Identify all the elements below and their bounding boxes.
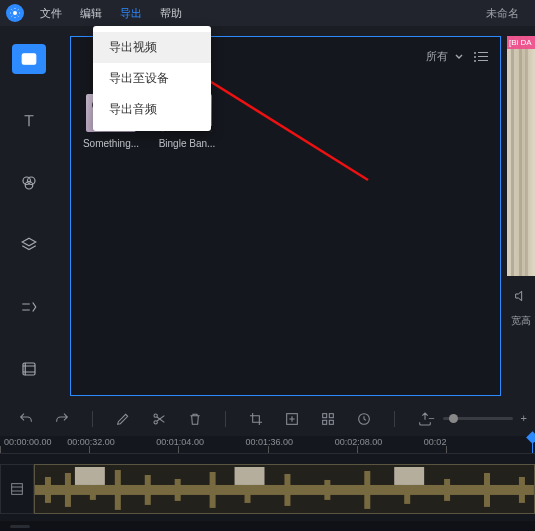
svg-rect-26 bbox=[284, 474, 290, 506]
speaker-icon[interactable] bbox=[513, 288, 529, 304]
filter-dropdown[interactable]: 所有 bbox=[426, 49, 464, 64]
svg-rect-11 bbox=[329, 414, 333, 418]
clip-label: Something... bbox=[83, 138, 139, 149]
preview-badge: [Bi DA bbox=[507, 36, 535, 49]
tick-label: 00:02:08.00 bbox=[335, 437, 383, 447]
view-list-icon[interactable] bbox=[474, 52, 488, 62]
svg-rect-35 bbox=[394, 467, 424, 485]
svg-point-5 bbox=[25, 182, 33, 190]
svg-rect-13 bbox=[329, 420, 333, 424]
preview-viewport[interactable]: [Bi DA bbox=[507, 36, 535, 276]
redo-icon[interactable] bbox=[54, 411, 70, 427]
svg-rect-27 bbox=[324, 480, 330, 500]
menu-help[interactable]: 帮助 bbox=[152, 3, 190, 24]
svg-rect-28 bbox=[364, 471, 370, 509]
playhead[interactable] bbox=[532, 436, 533, 453]
film-icon bbox=[9, 481, 25, 497]
zoom-slider[interactable] bbox=[443, 417, 513, 420]
undo-icon[interactable] bbox=[18, 411, 34, 427]
tick-label: 00:01:04.00 bbox=[156, 437, 204, 447]
export-dropdown: 导出视频 导出至设备 导出音频 bbox=[93, 26, 211, 131]
scissors-icon[interactable] bbox=[151, 411, 167, 427]
export-video-item[interactable]: 导出视频 bbox=[93, 32, 211, 63]
project-title: 未命名 bbox=[486, 6, 529, 21]
svg-rect-22 bbox=[145, 475, 151, 505]
separator bbox=[92, 411, 93, 427]
menu-file[interactable]: 文件 bbox=[32, 3, 70, 24]
svg-rect-23 bbox=[175, 479, 181, 501]
filter-label: 所有 bbox=[426, 49, 448, 64]
svg-rect-31 bbox=[484, 473, 490, 507]
svg-rect-33 bbox=[75, 467, 105, 485]
svg-rect-15 bbox=[12, 484, 23, 495]
zoom-control[interactable]: − + bbox=[428, 412, 527, 424]
clock-icon[interactable] bbox=[356, 411, 372, 427]
menubar: 文件 编辑 导出 帮助 未命名 bbox=[0, 0, 535, 26]
zoom-minus[interactable]: − bbox=[428, 412, 434, 424]
left-toolbar bbox=[0, 26, 58, 402]
app-logo bbox=[6, 4, 24, 22]
tick-label: 00:00:32.00 bbox=[67, 437, 115, 447]
svg-point-0 bbox=[13, 11, 17, 15]
svg-rect-32 bbox=[519, 477, 525, 503]
tick-label: 00:01:36.00 bbox=[246, 437, 294, 447]
svg-point-8 bbox=[154, 421, 157, 424]
transition-tab[interactable] bbox=[12, 292, 46, 322]
chevron-down-icon bbox=[454, 52, 464, 62]
add-marker-icon[interactable] bbox=[284, 411, 300, 427]
export-audio-item[interactable]: 导出音频 bbox=[93, 94, 211, 125]
track-head[interactable] bbox=[0, 464, 34, 514]
tick-label: 00:00:00.00 bbox=[4, 437, 52, 447]
element-tab[interactable] bbox=[12, 354, 46, 384]
delete-icon[interactable] bbox=[187, 411, 203, 427]
time-ruler[interactable]: 00:00:00.00 00:00:32.00 00:01:04.00 00:0… bbox=[0, 436, 535, 454]
svg-point-4 bbox=[28, 177, 36, 185]
svg-point-7 bbox=[154, 414, 157, 417]
separator bbox=[394, 411, 395, 427]
overlay-tab[interactable] bbox=[12, 230, 46, 260]
filters-tab[interactable] bbox=[12, 168, 46, 198]
menu-export[interactable]: 导出 bbox=[112, 3, 150, 24]
svg-rect-21 bbox=[115, 470, 121, 510]
zoom-plus[interactable]: + bbox=[521, 412, 527, 424]
crop-icon[interactable] bbox=[248, 411, 264, 427]
status-bar bbox=[0, 521, 535, 531]
video-track[interactable] bbox=[34, 464, 535, 514]
svg-rect-34 bbox=[235, 467, 265, 485]
text-tab[interactable] bbox=[12, 106, 46, 136]
svg-rect-30 bbox=[444, 479, 450, 501]
clip-label: Bingle Ban... bbox=[159, 138, 216, 149]
timeline: 00:00:00.00 00:00:32.00 00:01:04.00 00:0… bbox=[0, 436, 535, 531]
svg-rect-18 bbox=[45, 477, 51, 503]
svg-rect-19 bbox=[65, 473, 71, 507]
separator bbox=[225, 411, 226, 427]
media-tab[interactable] bbox=[12, 44, 46, 74]
mosaic-icon[interactable] bbox=[320, 411, 336, 427]
preview-panel: [Bi DA 宽高 bbox=[507, 36, 535, 396]
tick-label: 00:02 bbox=[424, 437, 447, 447]
svg-rect-10 bbox=[323, 414, 327, 418]
menu-edit[interactable]: 编辑 bbox=[72, 3, 110, 24]
fit-label[interactable]: 宽高 bbox=[511, 314, 531, 328]
svg-rect-12 bbox=[323, 420, 327, 424]
export-device-item[interactable]: 导出至设备 bbox=[93, 63, 211, 94]
pencil-icon[interactable] bbox=[115, 411, 131, 427]
svg-rect-24 bbox=[210, 472, 216, 508]
